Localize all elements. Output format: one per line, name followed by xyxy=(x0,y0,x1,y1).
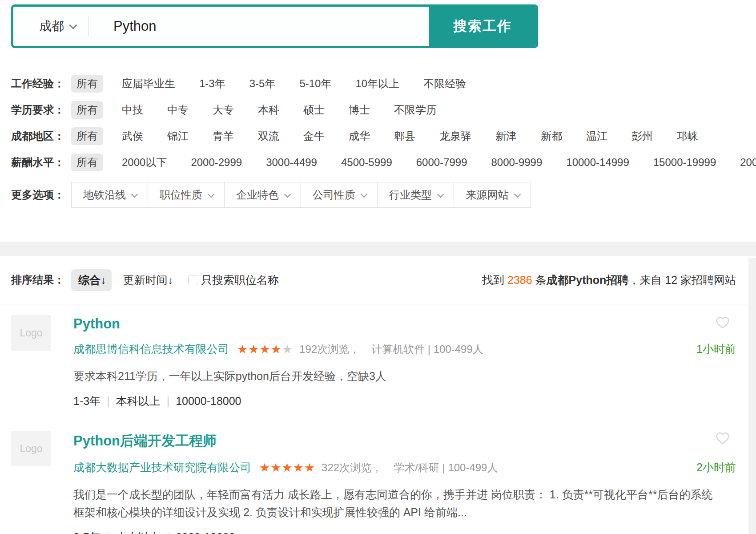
filter-option[interactable]: 金牛 xyxy=(298,127,330,145)
filter-label: 学历要求： xyxy=(11,103,71,117)
filter-option[interactable]: 大专 xyxy=(207,101,239,119)
filter-option[interactable]: 锦江 xyxy=(162,127,194,145)
result-keyword: 成都Python招聘 xyxy=(547,274,629,286)
dropdown[interactable]: 来源网站 xyxy=(454,182,531,207)
job-meta: 1-3年 xyxy=(73,395,101,407)
filter-options: 所有2000以下2000-29993000-44994500-59996000-… xyxy=(71,154,756,171)
filter-option[interactable]: 不限经验 xyxy=(418,75,471,93)
filter-option[interactable]: 青羊 xyxy=(207,127,239,145)
star-icon: ★ xyxy=(282,343,293,356)
filter-option[interactable]: 所有 xyxy=(71,101,103,119)
star-icon: ★ xyxy=(259,461,270,474)
filter-option[interactable]: 4500-5999 xyxy=(336,154,398,170)
filter-option[interactable]: 2000以下 xyxy=(117,154,172,171)
filter-option[interactable]: 10年以上 xyxy=(350,75,405,93)
job-meta-row: 1-3年本科以上10000-18000 xyxy=(73,394,736,409)
company-link[interactable]: 成都大数据产业技术研究院有限公司 xyxy=(73,460,251,475)
dropdown[interactable]: 行业类型 xyxy=(378,182,454,207)
industry-size: 学术/科研 | 100-499人 xyxy=(394,461,498,475)
sort-comprehensive-button[interactable]: 综合↓ xyxy=(71,269,112,291)
posted-time: 2小时前 xyxy=(696,460,736,475)
filter-option[interactable]: 邛崃 xyxy=(672,127,704,145)
chevron-down-icon xyxy=(69,21,77,29)
filter-option[interactable]: 8000-9999 xyxy=(486,154,548,170)
company-logo: Logo xyxy=(11,315,51,351)
filter-option[interactable]: 不限学历 xyxy=(389,101,442,119)
filter-label: 薪酬水平： xyxy=(11,155,71,170)
filter-option[interactable]: 成华 xyxy=(343,127,375,145)
star-icon: ★ xyxy=(248,343,259,356)
dropdown[interactable]: 企业特色 xyxy=(225,182,301,207)
filter-option[interactable]: 3000-4499 xyxy=(261,154,322,170)
job-meta: 3-5年 xyxy=(73,531,101,534)
job-meta: 9000-18000 xyxy=(161,531,235,534)
job-title-link[interactable]: Python后端开发工程师 xyxy=(73,432,217,450)
filter-options: 所有武侯锦江青羊双流金牛成华郫县龙泉驿新津新都温江彭州邛崃 xyxy=(71,127,717,145)
filter-option[interactable]: 所有 xyxy=(71,75,103,93)
sort-label: 排序结果： xyxy=(11,273,71,287)
favorite-heart-icon[interactable] xyxy=(715,315,730,329)
filter-option[interactable]: 5-10年 xyxy=(294,75,337,93)
logo-placeholder-text: Logo xyxy=(20,443,42,455)
filter-option[interactable]: 所有 xyxy=(71,154,103,171)
filter-label: 更多选项： xyxy=(11,188,71,202)
star-icon: ★ xyxy=(270,461,281,474)
filter-option[interactable]: 郫县 xyxy=(389,127,421,145)
sort-bar: 排序结果： 综合↓ 更新时间↓ 只搜索职位名称 找到 2386 条成都Pytho… xyxy=(0,269,756,291)
company-logo: Logo xyxy=(11,431,51,466)
page-right-gutter xyxy=(748,258,756,534)
city-label: 成都 xyxy=(39,18,64,35)
filter-panel: 工作经验： 所有应届毕业生1-3年3-5年5-10年10年以上不限经验 学历要求… xyxy=(11,75,756,208)
filter-option[interactable]: 应届毕业生 xyxy=(117,75,181,93)
filter-option[interactable]: 双流 xyxy=(253,127,285,145)
filter-option[interactable]: 新都 xyxy=(535,127,567,145)
filter-option[interactable]: 15000-19999 xyxy=(648,154,721,170)
sort-update-time-button[interactable]: 更新时间↓ xyxy=(123,273,173,287)
filter-option[interactable]: 6000-7999 xyxy=(411,154,473,170)
filter-option[interactable]: 20000-24999 xyxy=(735,154,756,170)
favorite-heart-icon[interactable] xyxy=(715,431,730,445)
filter-option[interactable]: 温江 xyxy=(581,127,613,145)
search-button[interactable]: 搜索工作 xyxy=(429,7,536,46)
filter-label: 成都地区： xyxy=(11,129,71,143)
job-description: 我们是一个成长型的团队，年轻而富有活力 成长路上，愿有志同道合的你，携手并进 岗… xyxy=(73,485,714,521)
filter-row-district: 成都地区： 所有武侯锦江青羊双流金牛成华郫县龙泉驿新津新都温江彭州邛崃 xyxy=(11,127,756,145)
filter-option[interactable]: 本科 xyxy=(253,101,285,119)
filter-option[interactable]: 博士 xyxy=(343,101,375,119)
filter-option[interactable]: 新津 xyxy=(490,127,522,145)
filter-row-education: 学历要求： 所有中技中专大专本科硕士博士不限学历 xyxy=(11,101,756,119)
rating-stars: ★★★★★ xyxy=(259,461,315,475)
filter-row-experience: 工作经验： 所有应届毕业生1-3年3-5年5-10年10年以上不限经验 xyxy=(11,75,756,93)
section-divider-band xyxy=(0,242,756,256)
job-meta: 10000-18000 xyxy=(161,395,241,407)
filter-option[interactable]: 2000-2999 xyxy=(185,154,247,170)
dropdown[interactable]: 公司性质 xyxy=(301,182,378,207)
filter-option[interactable]: 1-3年 xyxy=(194,75,231,93)
star-icon: ★ xyxy=(237,343,248,356)
job-meta: 大专以上 xyxy=(101,531,161,534)
rating-stars: ★★★★★ xyxy=(237,342,293,356)
job-list: Logo Python 成都思博信科信息技术有限公司 ★★★★★ 192次浏览，… xyxy=(0,304,756,534)
job-title-only-checkbox[interactable] xyxy=(188,275,198,285)
search-input[interactable] xyxy=(89,7,429,46)
filter-option[interactable]: 所有 xyxy=(71,127,103,145)
filter-option[interactable]: 中专 xyxy=(162,101,194,119)
filter-option[interactable]: 10000-14999 xyxy=(561,154,634,170)
filter-option[interactable]: 中技 xyxy=(117,101,149,119)
filter-option[interactable]: 硕士 xyxy=(298,101,330,119)
dropdown[interactable]: 地铁沿线 xyxy=(72,182,148,207)
job-description: 要求本科211学历，一年以上实际python后台开发经验，空缺3人 xyxy=(73,367,714,385)
filter-option[interactable]: 龙泉驿 xyxy=(434,127,477,145)
job-title-link[interactable]: Python xyxy=(73,316,120,332)
filter-option[interactable]: 武侯 xyxy=(117,127,149,145)
city-dropdown[interactable]: 成都 xyxy=(13,7,88,46)
dropdown[interactable]: 职位性质 xyxy=(148,182,225,207)
logo-placeholder-text: Logo xyxy=(20,327,42,339)
company-link[interactable]: 成都思博信科信息技术有限公司 xyxy=(73,342,229,356)
job-search-page: 成都 搜索工作 工作经验： 所有应届毕业生1-3年3-5年5-10年10年以上不… xyxy=(0,4,756,534)
job-card: Logo Python 成都思博信科信息技术有限公司 ★★★★★ 192次浏览，… xyxy=(0,304,756,420)
posted-time: 1小时前 xyxy=(696,342,736,356)
result-count: 2386 xyxy=(507,274,532,286)
filter-option[interactable]: 3-5年 xyxy=(244,75,281,93)
filter-option[interactable]: 彭州 xyxy=(626,127,658,145)
